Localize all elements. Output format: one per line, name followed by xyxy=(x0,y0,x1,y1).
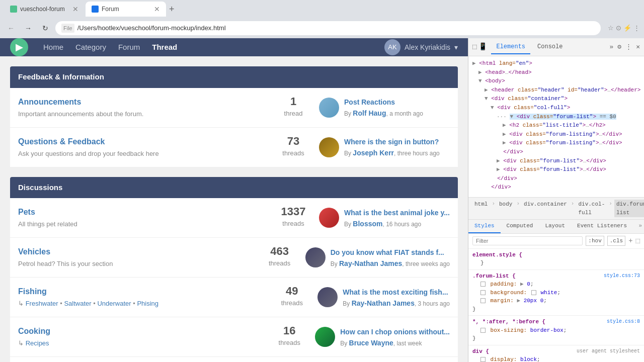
breadcrumb-forum-list[interactable]: div.forum-list xyxy=(614,200,644,217)
user-dropdown-icon: ▾ xyxy=(454,42,458,53)
listing-title-pets[interactable]: Pets xyxy=(18,208,35,216)
latest-info-cooking: How can I chop onions without... By Bruc… xyxy=(340,326,450,348)
address-prefix: File xyxy=(61,24,74,33)
latest-title-fishing[interactable]: What is the most exciting fish... xyxy=(343,288,448,296)
latest-by-announcements[interactable]: Rolf Haug xyxy=(353,109,386,117)
style-more-btn[interactable]: ⬚ xyxy=(636,236,640,246)
css-source-universal[interactable]: style.css:8 xyxy=(607,318,640,325)
tree-arrow[interactable]: ▼ xyxy=(485,96,491,102)
styles-more-icon[interactable]: » xyxy=(636,220,644,233)
forward-button[interactable]: → xyxy=(21,21,35,35)
tree-arrow[interactable]: ▼ xyxy=(510,114,516,120)
devtools-tab-elements[interactable]: Elements xyxy=(491,40,530,54)
tree-arrow[interactable]: ▶ xyxy=(503,122,509,128)
address-input-container[interactable]: File /Users/hootlex/vueschool/forum-mock… xyxy=(55,21,601,35)
devtools-tab-console[interactable]: Console xyxy=(532,40,568,54)
breadcrumb-html[interactable]: html xyxy=(472,200,490,217)
tree-selected-node[interactable]: ▼ <div class="forum-list"> == $0 xyxy=(510,114,616,120)
devtools-device-icon[interactable]: 📱 xyxy=(478,42,487,52)
add-style-btn[interactable]: + xyxy=(628,236,632,246)
sub-freshwater[interactable]: Freshwater xyxy=(26,300,58,307)
reload-button[interactable]: ↻ xyxy=(38,21,52,35)
css-arrow-padding[interactable]: ▶ xyxy=(520,281,527,287)
listing-title-fishing[interactable]: Fishing xyxy=(18,287,47,296)
bookmark-icon[interactable]: ☆ xyxy=(608,23,614,33)
devtools-close-icon[interactable]: ✕ xyxy=(636,42,640,52)
latest-title-vehicles[interactable]: Do you know what FIAT stands f... xyxy=(331,248,444,256)
tree-arrow[interactable]: ▶ xyxy=(497,158,503,164)
nav-forum[interactable]: Forum xyxy=(118,42,140,53)
css-checkbox-boxsizing[interactable] xyxy=(480,328,486,333)
count-label-vehicles: threads xyxy=(269,259,290,267)
tab-vueschool[interactable]: vueschool-forum ✕ xyxy=(4,2,85,17)
user-name: Alex Kyriakidis xyxy=(405,42,450,53)
tree-arrow[interactable]: ▶ xyxy=(503,131,509,137)
forum-logo[interactable]: ▶ xyxy=(10,38,28,56)
latest-by-vehicles[interactable]: Ray-Nathan James xyxy=(339,259,402,267)
hov-filter-btn[interactable]: :hov xyxy=(586,236,604,246)
styles-tab-layout[interactable]: Layout xyxy=(539,220,571,233)
cls-filter-btn[interactable]: .cls xyxy=(607,236,625,246)
back-button[interactable]: ← xyxy=(4,21,18,35)
sub-underwater[interactable]: Underwater xyxy=(97,300,131,307)
sub-recipes[interactable]: Recipes xyxy=(26,339,49,347)
devtools-vertical-dots-icon[interactable]: ⋮ xyxy=(625,42,632,52)
extensions-icon[interactable]: ⚡ xyxy=(623,23,631,33)
styles-panel: Styles Computed Layout Event Listeners »… xyxy=(468,220,644,362)
latest-when-cooking: last week xyxy=(396,340,422,347)
css-source-div[interactable]: user agent stylesheet xyxy=(577,347,640,355)
latest-title-qandf[interactable]: Where is the sign in button? xyxy=(344,138,439,146)
profile-icon[interactable]: ⊙ xyxy=(616,23,621,33)
sub-saltwater[interactable]: Saltwater xyxy=(64,300,91,307)
sub-phising[interactable]: Phising xyxy=(137,300,158,307)
tab-close-vueschool[interactable]: ✕ xyxy=(72,4,78,15)
listing-title-qandf[interactable]: Questions & Feedback xyxy=(18,137,105,146)
css-checkbox-display[interactable] xyxy=(480,357,486,362)
styles-filter-input[interactable] xyxy=(472,236,583,245)
latest-by-pets[interactable]: Blossom xyxy=(353,220,382,228)
devtools-settings-icon[interactable]: ⚙ xyxy=(617,42,621,52)
tree-arrow[interactable]: ▶ xyxy=(503,140,509,146)
listing-title-vehicles[interactable]: Vehicles xyxy=(18,247,50,256)
latest-title-announcements[interactable]: Post Reactions xyxy=(344,98,395,106)
forum-page: ▶ Home Category Forum Thread AK Alex Kyr… xyxy=(0,38,468,362)
breadcrumb-body[interactable]: body xyxy=(497,200,514,217)
css-checkbox-padding[interactable] xyxy=(480,282,486,287)
listing-title-announcements[interactable]: Announcements xyxy=(18,98,81,106)
tree-arrow[interactable]: ▶ xyxy=(478,69,485,75)
latest-title-pets[interactable]: What is the best animal joke y... xyxy=(344,209,450,217)
css-color-swatch-white[interactable] xyxy=(531,290,536,295)
tree-arrow[interactable]: ▶ xyxy=(497,166,503,172)
nav-thread[interactable]: Thread xyxy=(152,42,177,53)
latest-title-cooking[interactable]: How can I chop onions without... xyxy=(340,328,450,336)
styles-tab-computed[interactable]: Computed xyxy=(501,220,539,233)
count-label-pets: threads xyxy=(282,220,304,227)
styles-tab-event-listeners[interactable]: Event Listeners xyxy=(571,220,633,233)
tree-arrow[interactable]: ▶ xyxy=(472,60,479,66)
breadcrumb-container[interactable]: div.container xyxy=(522,200,569,217)
latest-by-qandf[interactable]: Joseph Kerr xyxy=(353,149,394,157)
styles-tab-styles[interactable]: Styles xyxy=(468,220,501,233)
forum-user[interactable]: AK Alex Kyriakidis ▾ xyxy=(384,39,458,55)
settings-icon[interactable]: ⋮ xyxy=(633,23,640,33)
devtools-inspect-icon[interactable]: ⬚ xyxy=(472,42,476,52)
css-checkbox-margin[interactable] xyxy=(480,298,486,303)
tree-arrow[interactable]: ▼ xyxy=(491,105,497,111)
new-tab-button[interactable]: + xyxy=(167,4,177,15)
tree-line: ▼ <body> xyxy=(472,77,640,86)
nav-home[interactable]: Home xyxy=(43,42,63,53)
css-arrow-margin[interactable]: ▶ xyxy=(517,298,523,304)
tree-arrow[interactable]: ▶ xyxy=(485,87,491,93)
css-source-forum-list[interactable]: style.css:73 xyxy=(604,272,640,280)
breadcrumb-col-full[interactable]: div.col-full xyxy=(576,200,607,217)
css-checkbox-bg[interactable] xyxy=(480,290,486,295)
devtools-more-icon[interactable]: » xyxy=(610,42,614,52)
nav-category[interactable]: Category xyxy=(75,42,106,53)
css-prop-margin: margin: xyxy=(491,298,514,304)
tab-forum[interactable]: Forum ✕ xyxy=(86,2,166,17)
tab-close-forum[interactable]: ✕ xyxy=(154,4,160,15)
listing-title-cooking[interactable]: Cooking xyxy=(18,327,50,335)
latest-by-cooking[interactable]: Bruce Wayne xyxy=(349,339,393,347)
tree-arrow[interactable]: ▼ xyxy=(478,78,485,84)
latest-by-fishing[interactable]: Ray-Nathan James xyxy=(352,299,415,307)
